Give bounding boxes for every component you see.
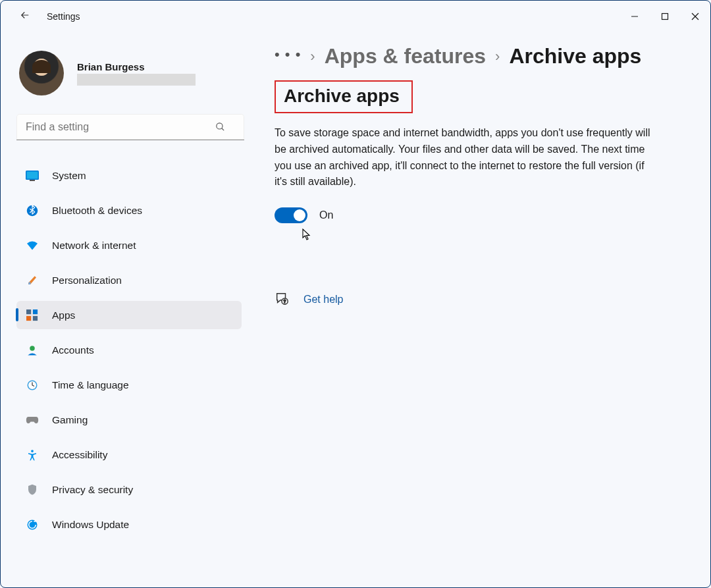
breadcrumb-more-icon[interactable]: • • • <box>275 46 301 67</box>
accessibility-icon <box>26 448 39 462</box>
sidebar-item-label: Privacy & security <box>52 484 133 496</box>
section-title: Archive apps <box>284 86 400 107</box>
help-icon: ? <box>275 291 289 308</box>
maximize-button[interactable] <box>650 6 680 27</box>
search-icon <box>215 121 226 135</box>
clock-icon <box>26 379 39 392</box>
sidebar-item-label: Network & internet <box>52 240 136 252</box>
window-controls <box>619 6 710 27</box>
sidebar-item-time[interactable]: Time & language <box>16 371 242 399</box>
sidebar-item-network[interactable]: Network & internet <box>16 231 242 259</box>
gamepad-icon <box>26 414 39 427</box>
chevron-right-icon: › <box>310 48 315 65</box>
svg-rect-12 <box>26 315 31 320</box>
update-icon <box>26 518 39 531</box>
breadcrumb: • • • › Apps & features › Archive apps <box>275 44 697 68</box>
nav: System Bluetooth & devices Network & int… <box>16 161 242 544</box>
sidebar-item-bluetooth[interactable]: Bluetooth & devices <box>16 196 242 225</box>
highlight-box: Archive apps <box>275 80 413 113</box>
sidebar-item-system[interactable]: System <box>16 161 242 190</box>
toggle-knob <box>294 209 305 221</box>
paintbrush-icon <box>26 274 39 287</box>
titlebar: Settings <box>1 1 710 32</box>
archive-apps-toggle[interactable] <box>275 207 307 223</box>
close-button[interactable] <box>680 6 710 27</box>
sidebar-item-privacy[interactable]: Privacy & security <box>16 475 242 504</box>
breadcrumb-current: Archive apps <box>509 44 641 68</box>
sidebar-item-accessibility[interactable]: Accessibility <box>16 441 242 469</box>
svg-rect-10 <box>26 309 31 314</box>
breadcrumb-parent[interactable]: Apps & features <box>325 44 486 68</box>
sidebar-item-label: Accessibility <box>52 449 107 461</box>
svg-text:?: ? <box>284 300 286 304</box>
avatar <box>19 51 64 95</box>
sidebar-item-update[interactable]: Windows Update <box>16 510 242 539</box>
chevron-right-icon: › <box>495 48 500 65</box>
sidebar-item-label: Personalization <box>52 275 122 286</box>
sidebar-item-gaming[interactable]: Gaming <box>16 406 242 434</box>
sidebar-item-label: Apps <box>52 309 75 321</box>
app-title: Settings <box>47 11 80 22</box>
minimize-button[interactable] <box>619 6 650 27</box>
sidebar-item-label: System <box>52 170 86 182</box>
svg-line-5 <box>222 128 224 130</box>
sidebar-item-label: Bluetooth & devices <box>52 205 142 217</box>
bluetooth-icon <box>26 204 39 217</box>
sidebar-item-label: Time & language <box>52 379 129 391</box>
sidebar-item-label: Windows Update <box>52 519 129 531</box>
search-input[interactable] <box>16 114 244 140</box>
shield-icon <box>26 483 39 496</box>
back-button[interactable] <box>19 9 31 24</box>
sidebar-item-apps[interactable]: Apps <box>16 301 242 329</box>
svg-point-17 <box>31 450 34 452</box>
svg-rect-8 <box>30 180 35 181</box>
get-help-link[interactable]: Get help <box>303 294 343 306</box>
svg-point-14 <box>30 346 35 351</box>
sidebar-item-personalization[interactable]: Personalization <box>16 266 242 294</box>
sidebar-item-label: Gaming <box>52 414 88 426</box>
system-icon <box>26 169 39 182</box>
user-name: Brian Burgess <box>77 61 242 72</box>
user-block[interactable]: Brian Burgess <box>19 51 242 95</box>
apps-icon <box>26 309 39 322</box>
main-content: • • • › Apps & features › Archive apps A… <box>251 32 710 587</box>
sidebar-item-accounts[interactable]: Accounts <box>16 336 242 364</box>
toggle-state-label: On <box>319 209 333 221</box>
svg-rect-1 <box>662 14 668 20</box>
sidebar: Brian Burgess System Bluetooth & devi <box>1 32 251 587</box>
person-icon <box>26 344 39 357</box>
svg-rect-7 <box>27 171 38 178</box>
wifi-icon <box>26 239 39 252</box>
svg-point-4 <box>217 123 223 129</box>
sidebar-item-label: Accounts <box>52 344 94 356</box>
user-email-redacted <box>77 74 196 86</box>
svg-rect-13 <box>33 315 38 320</box>
svg-rect-11 <box>33 309 38 314</box>
section-description: To save storage space and internet bandw… <box>275 125 656 190</box>
cursor-icon <box>302 228 711 244</box>
